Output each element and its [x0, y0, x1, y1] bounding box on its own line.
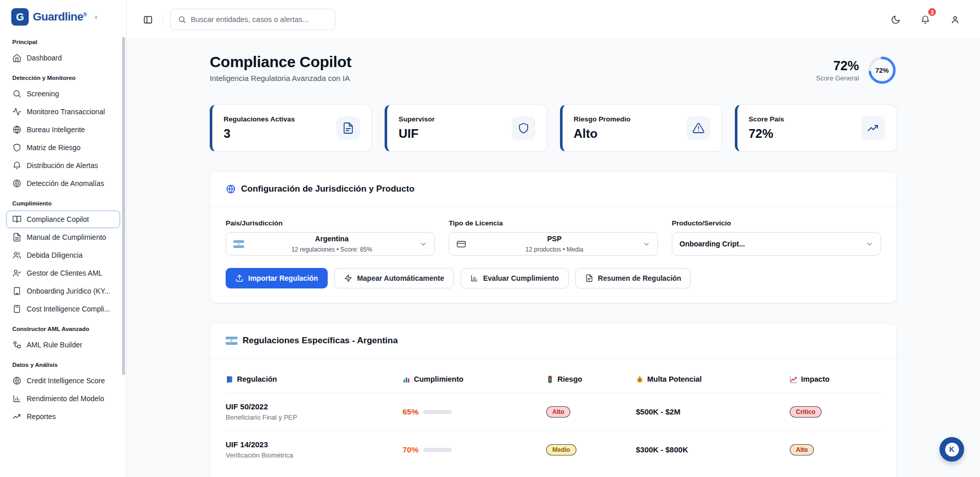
sidebar-toggle-button[interactable] — [140, 12, 155, 27]
globe-icon — [12, 125, 22, 135]
sidebar-item-debida-diligencia[interactable]: Debida Diligencia — [6, 246, 120, 264]
search-icon — [178, 15, 186, 24]
importar-regulacion-button[interactable]: Importar Regulación — [226, 268, 328, 288]
regulations-title: Regulaciones Específicas - Argentina — [243, 336, 398, 346]
sidebar-section-cumplimiento: Cumplimiento Compliance Copilot Manual d… — [0, 200, 126, 318]
money-bag-icon: $ — [636, 376, 644, 383]
selected-country-detail: 12 regulaciones • Score: 85% — [291, 246, 372, 253]
sidebar-scrollbar[interactable] — [122, 37, 125, 375]
zap-icon — [344, 274, 352, 282]
app-root: G Guardline® ‹ Principal Dashboard Detec… — [0, 0, 980, 477]
dark-mode-toggle[interactable] — [888, 12, 903, 27]
sidebar-item-label: Reportes — [27, 412, 56, 421]
resumen-regulacion-button[interactable]: Resumen de Regulación — [575, 268, 691, 288]
sidebar-section-principal: Principal Dashboard — [0, 39, 126, 67]
risk-badge: Medio — [546, 444, 576, 455]
field-pais-jurisdiccion: País/Jurisdicción Argentina 12 regulacio… — [226, 219, 435, 256]
column-label: Impacto — [801, 375, 830, 383]
score-ring: 72% — [867, 55, 897, 85]
page-title: Compliance Copilot — [210, 53, 351, 71]
sidebar-item-screening[interactable]: Screening — [6, 85, 120, 102]
user-check-icon — [12, 268, 22, 278]
sidebar-item-dashboard[interactable]: Dashboard — [6, 49, 120, 67]
table-row[interactable]: UIF 50/2022 Beneficiario Final y PEP 65%… — [226, 392, 881, 430]
sidebar-item-reportes[interactable]: Reportes — [6, 408, 120, 425]
sidebar-item-aml-rule-builder[interactable]: AML Rule Builder — [6, 336, 120, 354]
selected-product: Onboarding Cript... — [679, 240, 745, 248]
global-search[interactable] — [170, 9, 335, 30]
section-label: Constructor AML Avanzado — [0, 326, 126, 332]
section-label: Detección y Monitoreo — [0, 75, 126, 81]
license-select[interactable]: PSP 12 productos • Media — [449, 232, 658, 256]
sidebar-item-label: Manual de Cumplimiento — [27, 233, 106, 241]
ring-value: 72% — [867, 55, 897, 85]
column-regulacion: Regulación — [226, 375, 403, 383]
sidebar-section-deteccion: Detección y Monitoreo Screening Monitore… — [0, 75, 126, 192]
assistant-fab-button[interactable]: K — [939, 437, 964, 462]
bar-chart-icon — [12, 394, 22, 404]
sidebar-item-gestor-clientes-aml[interactable]: Gestor de Clientes AML — [6, 264, 120, 282]
sidebar-item-matriz-de-riesgo[interactable]: Matriz de Riesgo — [6, 139, 120, 156]
file-text-icon — [336, 116, 360, 140]
sidebar-collapse-icon[interactable]: ‹ — [95, 13, 97, 21]
search-input[interactable] — [191, 15, 328, 24]
chart-up-icon — [790, 376, 797, 383]
user-icon — [950, 15, 960, 25]
sidebar-item-manual-cumplimiento[interactable]: Manual de Cumplimiento — [6, 229, 120, 246]
sidebar-item-label: Bureau Inteligente — [27, 126, 85, 134]
sidebar-item-monitoreo-transaccional[interactable]: Monitoreo Transaccional — [6, 103, 120, 120]
sidebar-item-label: Debida Diligencia — [27, 251, 83, 259]
stat-card-regulaciones-activas: Regulaciones Activas 3 — [210, 105, 372, 152]
credit-card-icon — [456, 239, 466, 249]
sidebar-item-label: Screening — [27, 90, 59, 98]
regulations-card: Regulaciones Específicas - Argentina Reg… — [210, 323, 897, 477]
sidebar-item-onboarding-juridico[interactable]: Onboarding Jurídico (KY... — [6, 282, 120, 300]
moon-icon — [891, 15, 901, 25]
column-label: Multa Potencial — [647, 375, 702, 383]
page-header: Compliance Copilot Inteligencia Regulato… — [210, 53, 897, 85]
section-label: Cumplimiento — [0, 200, 126, 206]
calculator-icon — [12, 304, 22, 314]
shield-icon — [512, 116, 535, 140]
column-impacto: Impacto — [790, 375, 881, 383]
sidebar-item-deteccion-anomalias[interactable]: Detección de Anomalías — [6, 175, 120, 192]
country-select[interactable]: Argentina 12 regulaciones • Score: 85% — [226, 232, 435, 256]
column-label: Riesgo — [557, 375, 582, 383]
sidebar-item-distribucion-alertas[interactable]: Distribución de Alertas — [6, 157, 120, 174]
bar-chart-icon — [470, 274, 478, 282]
globe-icon — [226, 184, 236, 194]
risk-badge: Alto — [546, 406, 570, 418]
product-select[interactable]: Onboarding Cript... — [672, 232, 881, 256]
sidebar-item-bureau-inteligente[interactable]: Bureau Inteligente — [6, 121, 120, 138]
table-row[interactable]: UIF 14/2023 Verificación Biométrica 70% … — [226, 430, 881, 468]
regulation-name: UIF 50/2022 — [226, 402, 403, 411]
guardline-logo-icon: G — [11, 8, 29, 26]
mapear-automaticamente-button[interactable]: Mapear Automáticamente — [334, 268, 454, 288]
sidebar-item-cost-intelligence[interactable]: Cost Intelligence Compli... — [6, 300, 120, 318]
user-menu-button[interactable] — [947, 12, 963, 27]
field-label: País/Jurisdicción — [226, 219, 435, 227]
sidebar-item-rendimiento-modelo[interactable]: Rendimiento del Modelo — [6, 390, 120, 407]
brand-logo[interactable]: G Guardline® ‹ — [0, 0, 126, 31]
compliance-percent: 70% — [403, 445, 418, 454]
selected-country: Argentina — [315, 235, 348, 243]
column-riesgo: Riesgo — [546, 375, 636, 383]
sidebar-item-compliance-copilot[interactable]: Compliance Copilot — [6, 211, 120, 228]
score-label: Score General — [816, 74, 859, 82]
sidebar-item-label: AML Rule Builder — [27, 341, 82, 349]
evaluar-cumplimiento-button[interactable]: Evaluar Cumplimiento — [461, 268, 569, 288]
sidebar-section-datos: Datos y Análisis Credit Intelligence Sco… — [0, 362, 126, 425]
regulation-description: Verificación Biométrica — [226, 451, 403, 459]
impact-badge: Alto — [790, 444, 814, 455]
notifications-button[interactable]: 3 — [917, 12, 933, 27]
selected-license-detail: 12 productos • Media — [526, 246, 584, 253]
sidebar-item-label: Compliance Copilot — [27, 215, 89, 223]
page-subtitle: Inteligencia Regulatoria Avanzada con IA — [210, 74, 351, 82]
stat-cards: Regulaciones Activas 3 Supervisor UIF — [210, 105, 897, 152]
button-label: Importar Regulación — [248, 274, 318, 282]
button-label: Resumen de Regulación — [598, 274, 682, 282]
activity-icon — [12, 107, 22, 117]
sidebar-item-label: Dashboard — [27, 54, 62, 62]
stat-value: Alto — [574, 127, 631, 141]
sidebar-item-credit-intelligence-score[interactable]: Credit Intelligence Score — [6, 372, 120, 389]
